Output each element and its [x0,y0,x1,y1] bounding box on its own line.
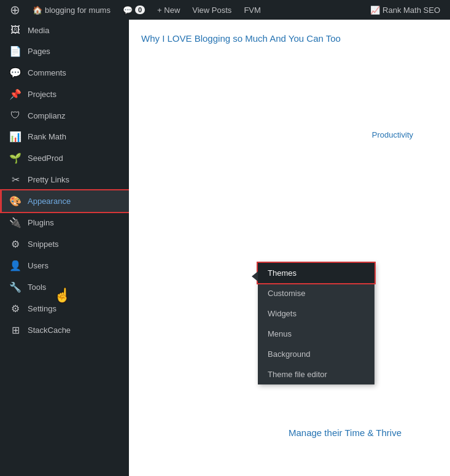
projects-icon: 📌 [9,88,21,100]
sidebar-item-snippets[interactable]: ⚙ Snippets [0,233,129,255]
sidebar-item-label-snippets: Snippets [28,240,59,249]
submenu-arrow [252,271,258,281]
fvm-label: FVM [244,6,260,15]
submenu-label-themes: Themes [268,268,297,278]
submenu-item-customise[interactable]: Customise [258,283,374,303]
sidebar-item-label-pages: Pages [28,47,50,56]
sidebar-item-label-users: Users [28,261,48,270]
adminbar-view-posts[interactable]: View Posts [187,0,236,20]
sidebar-item-projects[interactable]: 📌 Projects [0,84,129,105]
rankmath-icon: 📈 [370,6,380,15]
sidebar-item-label-settings: Settings [28,304,56,313]
settings-icon: ⚙ [9,303,21,314]
sidebar-item-label-tools: Tools [28,283,46,292]
stackcache-icon: ⊞ [9,324,21,336]
adminbar-site[interactable]: 🏠 blogging for mums [28,0,115,20]
sidebar-item-settings[interactable]: ⚙ Settings [0,298,129,319]
plugins-icon: 🔌 [9,217,21,228]
comments-icon: 💬 [123,6,133,15]
sidebar-item-label-media: Media [28,26,49,35]
media-icon: 🖼 [9,25,21,36]
pages-icon: 📄 [9,45,21,57]
adminbar-rankmath[interactable]: 📈 Rank Math SEO [365,0,445,20]
sidebar-item-label-appearance: Appearance [28,197,71,206]
sidebar-item-complianz[interactable]: 🛡 Complianz [0,105,129,126]
sidebar-item-pages[interactable]: 📄 Pages [0,41,129,62]
sidebar-item-label-comments: Comments [28,68,66,77]
sidebar-item-label-prettylinks: Pretty Links [28,175,69,184]
submenu-label-widgets: Widgets [268,309,297,318]
users-icon: 👤 [9,260,21,271]
sidebar-item-tools[interactable]: 🔧 Tools [0,276,129,298]
tools-icon: 🔧 [9,281,21,293]
prettylinks-icon: ✂ [9,174,21,185]
sidebar-item-prettylinks[interactable]: ✂ Pretty Links [0,169,129,190]
sidebar-item-comments[interactable]: 💬 Comments [0,62,129,84]
sidebar-item-seedprod[interactable]: 🌱 SeedProd [0,147,129,169]
sidebar: 🖼 Media 📄 Pages 💬 Comments 📌 Projects 🛡 … [0,20,129,476]
manage-title: Manage their Time & Thrive [289,426,402,439]
adminbar-fvm[interactable]: FVM [239,0,265,20]
comment-count: 0 [135,6,145,14]
admin-bar: ⊕ 🏠 blogging for mums 💬 0 + New View Pos… [0,0,450,20]
submenu-item-menus[interactable]: Menus [258,324,374,344]
post-title-1[interactable]: Why I LOVE Blogging so Much And You Can … [141,32,438,45]
sidebar-item-label-projects: Projects [28,90,56,99]
rankmath-icon: 📊 [9,131,21,142]
adminbar-new[interactable]: + New [152,0,185,20]
rankmath-label: Rank Math SEO [382,6,440,15]
sidebar-item-label-complianz: Complianz [28,111,65,120]
sidebar-item-media[interactable]: 🖼 Media [0,20,129,41]
submenu-label-theme-file-editor: Theme file editor [268,370,327,379]
new-label: + New [157,6,180,15]
view-posts-label: View Posts [192,6,231,15]
submenu-label-background: Background [268,349,310,359]
complianz-icon: 🛡 [9,110,21,121]
submenu-item-background[interactable]: Background [258,344,374,364]
sidebar-item-label-plugins: Plugins [28,218,54,227]
comments-icon: 💬 [9,67,21,79]
wordpress-logo-icon: ⊕ [10,2,20,17]
sidebar-item-rankmath[interactable]: 📊 Rank Math [0,126,129,147]
sidebar-item-appearance[interactable]: 🎨 Appearance [0,190,129,212]
sidebar-item-label-stackcache: StackCache [28,326,71,335]
seedprod-icon: 🌱 [9,152,21,164]
snippets-icon: ⚙ [9,238,21,250]
submenu-label-menus: Menus [268,329,292,338]
submenu-label-customise: Customise [268,289,305,298]
submenu-item-themes[interactable]: Themes [258,263,374,283]
sidebar-item-stackcache[interactable]: ⊞ StackCache [0,319,129,341]
sidebar-item-label-rankmath: Rank Math [28,132,66,141]
submenu-item-widgets[interactable]: Widgets [258,303,374,324]
adminbar-wp[interactable]: ⊕ [5,0,25,20]
main-content: Why I LOVE Blogging so Much And You Can … [129,20,450,476]
site-name: blogging for mums [45,6,111,15]
home-icon: 🏠 [33,6,42,15]
appearance-icon: 🎨 [9,195,21,207]
appearance-submenu: ThemesCustomiseWidgetsMenusBackgroundThe… [258,263,374,384]
sidebar-item-plugins[interactable]: 🔌 Plugins [0,212,129,233]
productivity-link[interactable]: Productivity [372,130,413,139]
sidebar-item-users[interactable]: 👤 Users [0,255,129,276]
adminbar-comments[interactable]: 💬 0 [118,0,150,20]
sidebar-item-label-seedprod: SeedProd [28,154,63,163]
submenu-item-theme-file-editor[interactable]: Theme file editor [258,364,374,384]
